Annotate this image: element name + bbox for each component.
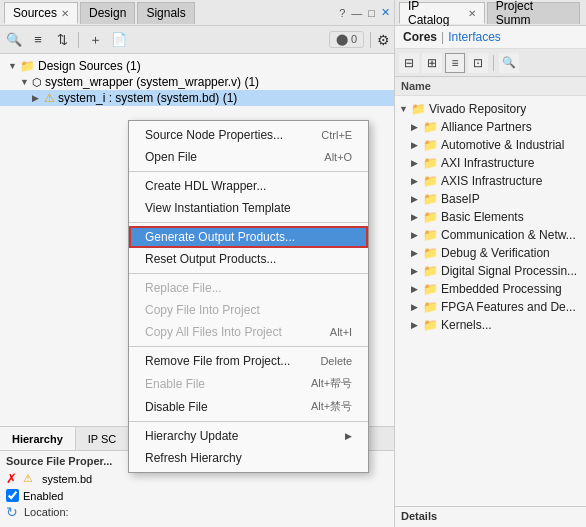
folder-axi-infra: 📁 <box>423 156 438 170</box>
rt-btn-2[interactable]: ⊞ <box>422 53 442 73</box>
ctx-source-node-props[interactable]: Source Node Properties... Ctrl+E <box>129 124 368 146</box>
tab-project-summary-label: Project Summ <box>496 0 571 27</box>
rt-btn-1[interactable]: ⊟ <box>399 53 419 73</box>
ctx-copy-all: Copy All Files Into Project Alt+I <box>129 321 368 343</box>
gear-button[interactable]: ⚙ <box>377 32 390 48</box>
ctx-reset-output[interactable]: Reset Output Products... <box>129 248 368 270</box>
ip-automotive[interactable]: ▶ 📁 Automotive & Industrial <box>395 136 586 154</box>
rt-btn-connect[interactable]: ⊡ <box>468 53 488 73</box>
right-panel: IP Catalog ✕ Project Summ Cores | Interf… <box>395 0 586 527</box>
enabled-checkbox[interactable] <box>6 489 19 502</box>
search-button[interactable]: 🔍 <box>4 30 24 50</box>
ctx-shortcut-4: Delete <box>320 355 352 367</box>
rt-btn-search[interactable]: 🔍 <box>499 53 519 73</box>
ip-vivado-repo[interactable]: ▼ 📁 Vivado Repository <box>395 100 586 118</box>
ctx-view-inst-label: View Instantiation Template <box>145 201 291 215</box>
ip-catalog-tree: ▼ 📁 Vivado Repository ▶ 📁 Alliance Partn… <box>395 96 586 506</box>
tab-sources-label: Sources <box>13 6 57 20</box>
arrows-button[interactable]: ⇅ <box>52 30 72 50</box>
ip-axis-infra[interactable]: ▶ 📁 AXIS Infrastructure <box>395 172 586 190</box>
ctx-create-hdl[interactable]: Create HDL Wrapper... <box>129 175 368 197</box>
ip-basic[interactable]: ▶ 📁 Basic Elements <box>395 208 586 226</box>
badge-count: ⬤ 0 <box>329 31 364 48</box>
tree-design-sources[interactable]: ▼ 📁 Design Sources (1) <box>0 58 394 74</box>
toolbar-sep-2 <box>370 32 371 48</box>
rt-btn-filter[interactable]: ≡ <box>445 53 465 73</box>
ctx-open-file-label: Open File <box>145 150 197 164</box>
cores-link[interactable]: Cores <box>403 30 437 44</box>
ctx-create-hdl-label: Create HDL Wrapper... <box>145 179 266 193</box>
interfaces-link[interactable]: Interfaces <box>448 30 501 44</box>
add-button[interactable]: ＋ <box>85 30 105 50</box>
left-tab-bar: Sources ✕ Design Signals ? — □ ✕ <box>0 0 394 26</box>
folder-axis-infra: 📁 <box>423 174 438 188</box>
ctx-view-instantiation[interactable]: View Instantiation Template <box>129 197 368 219</box>
tab-ip-sc[interactable]: IP SC <box>76 427 130 450</box>
location-item: ↻ Location: <box>6 504 388 520</box>
ip-axi-infra[interactable]: ▶ 📁 AXI Infrastructure <box>395 154 586 172</box>
tab-sources[interactable]: Sources ✕ <box>4 2 78 24</box>
arrow-system-bd: ▶ <box>32 93 44 103</box>
restore-icon[interactable]: □ <box>368 7 375 19</box>
ip-kernels[interactable]: ▶ 📁 Kernels... <box>395 316 586 334</box>
ip-embedded[interactable]: ▶ 📁 Embedded Processing <box>395 280 586 298</box>
ctx-hierarchy-update[interactable]: Hierarchy Update ▶ <box>129 425 368 447</box>
ctx-sep-3 <box>129 273 368 274</box>
file-button[interactable]: 📄 <box>109 30 129 50</box>
folder-basic: 📁 <box>423 210 438 224</box>
tree-system-bd[interactable]: ▶ ⚠ system_i : system (system.bd) (1) <box>0 90 394 106</box>
ip-dsp[interactable]: ▶ 📁 Digital Signal Processin... <box>395 262 586 280</box>
ctx-shortcut-3: Alt+I <box>330 326 352 338</box>
tab-design[interactable]: Design <box>80 2 135 24</box>
props-file-name: system.bd <box>42 473 92 485</box>
minimize-icon[interactable]: — <box>351 7 362 19</box>
maximize-icon[interactable]: ✕ <box>381 6 390 19</box>
ip-basic-label: Basic Elements <box>441 210 524 224</box>
ctx-source-node-label: Source Node Properties... <box>145 128 283 142</box>
enabled-checkbox-area: Enabled <box>6 489 388 502</box>
tab-ip-catalog-close[interactable]: ✕ <box>468 8 476 19</box>
tab-project-summary[interactable]: Project Summ <box>487 2 580 24</box>
ctx-disable-file[interactable]: Disable File Alt+禁号 <box>129 395 368 418</box>
left-toolbar: 🔍 ≡ ⇅ ＋ 📄 ⬤ 0 ⚙ <box>0 26 394 54</box>
tab-ip-catalog[interactable]: IP Catalog ✕ <box>399 2 485 24</box>
ctx-generate-output[interactable]: Generate Output Products... <box>129 226 368 248</box>
ip-communication-label: Communication & Netw... <box>441 228 576 242</box>
arrow-embedded: ▶ <box>411 284 423 294</box>
ctx-disable-label: Disable File <box>145 400 208 414</box>
arrow-axis-infra: ▶ <box>411 176 423 186</box>
tab-signals[interactable]: Signals <box>137 2 194 24</box>
tree-system-wrapper[interactable]: ▼ ⬡ system_wrapper (system_wrapper.v) (1… <box>0 74 394 90</box>
cores-bar: Cores | Interfaces <box>395 26 586 49</box>
ctx-enable-file: Enable File Alt+帮号 <box>129 372 368 395</box>
refresh-icon[interactable]: ↻ <box>6 504 18 520</box>
tab-hierarchy[interactable]: Hierarchy <box>0 427 76 450</box>
arrow-dsp: ▶ <box>411 266 423 276</box>
ip-debug[interactable]: ▶ 📁 Debug & Verification <box>395 244 586 262</box>
ctx-shortcut-1: Ctrl+E <box>321 129 352 141</box>
right-tab-bar: IP Catalog ✕ Project Summ <box>395 0 586 26</box>
warn-icon-system-bd: ⚠ <box>44 91 55 105</box>
ctx-refresh-hierarchy[interactable]: Refresh Hierarchy <box>129 447 368 469</box>
ip-alliance[interactable]: ▶ 📁 Alliance Partners <box>395 118 586 136</box>
ctx-refresh-label: Refresh Hierarchy <box>145 451 242 465</box>
arrow-axi-infra: ▶ <box>411 158 423 168</box>
left-panel: Sources ✕ Design Signals ? — □ ✕ 🔍 ≡ ⇅ ＋… <box>0 0 395 527</box>
enabled-label: Enabled <box>23 490 63 502</box>
ctx-copy-all-label: Copy All Files Into Project <box>145 325 282 339</box>
ip-baseip[interactable]: ▶ 📁 BaseIP <box>395 190 586 208</box>
ip-embedded-label: Embedded Processing <box>441 282 562 296</box>
ip-communication[interactable]: ▶ 📁 Communication & Netw... <box>395 226 586 244</box>
folder-communication: 📁 <box>423 228 438 242</box>
list-button[interactable]: ≡ <box>28 30 48 50</box>
ctx-copy-file: Copy File Into Project <box>129 299 368 321</box>
ctx-remove-file[interactable]: Remove File from Project... Delete <box>129 350 368 372</box>
ip-name-header: Name <box>395 77 586 96</box>
ip-vivado-repo-label: Vivado Repository <box>429 102 526 116</box>
tab-sources-close[interactable]: ✕ <box>61 8 69 19</box>
folder-kernels: 📁 <box>423 318 438 332</box>
ip-fpga[interactable]: ▶ 📁 FPGA Features and De... <box>395 298 586 316</box>
ctx-open-file[interactable]: Open File Alt+O <box>129 146 368 168</box>
question-icon[interactable]: ? <box>339 7 345 19</box>
arrow-automotive: ▶ <box>411 140 423 150</box>
